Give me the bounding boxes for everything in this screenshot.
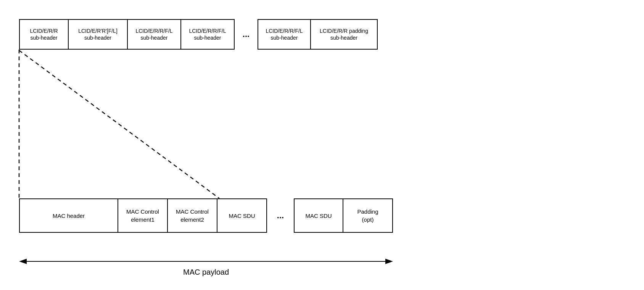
svg-line-1 bbox=[19, 50, 219, 198]
bottom-pdu-row: MAC header MAC Controlelement1 MAC Contr… bbox=[19, 198, 393, 233]
subheader-6: LCID/E/R/R paddingsub-header bbox=[311, 19, 378, 50]
top-subheader-row: LCID/E/R/Rsub-header LCID/E/R'R'[F/L]sub… bbox=[19, 19, 378, 50]
top-dots: ... bbox=[235, 19, 258, 50]
padding-box: Padding(opt) bbox=[343, 198, 393, 233]
subheader-3: LCID/E/R/R/F/Lsub-header bbox=[128, 19, 181, 50]
mac-control-element1-box: MAC Controlelement1 bbox=[118, 198, 168, 233]
mac-control-element2-box: MAC Controlelement2 bbox=[168, 198, 217, 233]
mac-sdu2-box: MAC SDU bbox=[294, 198, 343, 233]
mac-header-box: MAC header bbox=[19, 198, 118, 233]
svg-text:MAC payload: MAC payload bbox=[183, 268, 229, 276]
subheader-2: LCID/E/R'R'[F/L]sub-header bbox=[69, 19, 128, 50]
bottom-dots: ... bbox=[267, 198, 294, 233]
subheader-5: LCID/E/R/R/F/Lsub-header bbox=[258, 19, 311, 50]
subheader-1: LCID/E/R/Rsub-header bbox=[19, 19, 69, 50]
subheader-4: LCID/E/R/R/F/Lsub-header bbox=[181, 19, 235, 50]
mac-sdu-box: MAC SDU bbox=[217, 198, 267, 233]
